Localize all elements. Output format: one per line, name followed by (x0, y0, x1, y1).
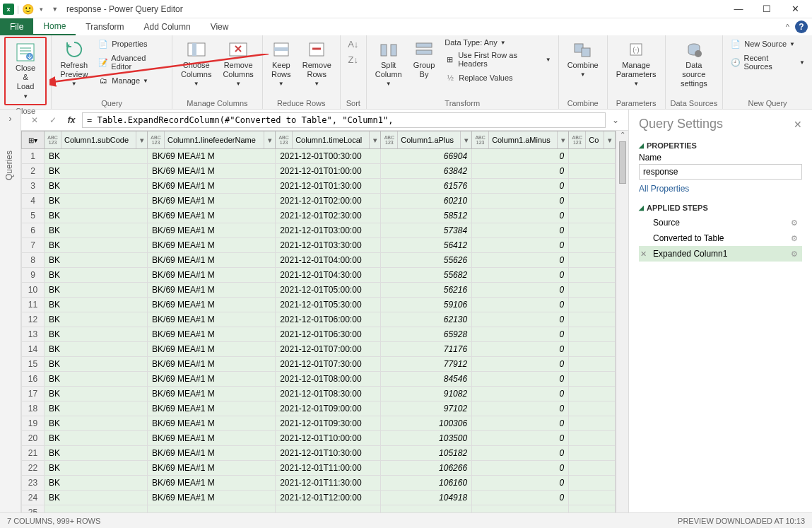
cell[interactable]: 2021-12-01T10:00:00 (276, 431, 381, 446)
cell[interactable] (569, 268, 616, 283)
filter-dropdown-icon[interactable]: ▾ (460, 131, 471, 148)
cell[interactable]: 61576 (381, 179, 472, 194)
column-header[interactable]: ABC123Column1.aPlus▾ (381, 131, 472, 149)
advanced-editor-button[interactable]: 📝Advanced Editor (95, 52, 167, 72)
row-number[interactable]: 19 (22, 416, 45, 431)
applied-step[interactable]: Source⚙ (639, 215, 802, 230)
cell[interactable]: 2021-12-01T01:30:00 (276, 179, 381, 194)
cell[interactable]: 2021-12-01T09:00:00 (276, 401, 381, 416)
cell[interactable]: 55682 (381, 268, 472, 283)
cell[interactable]: 100306 (381, 416, 472, 431)
cell[interactable]: 2021-12-01T08:00:00 (276, 372, 381, 387)
cell[interactable]: 0 (472, 401, 569, 416)
row-number[interactable]: 3 (22, 179, 45, 194)
row-number[interactable]: 22 (22, 461, 45, 476)
cell[interactable] (569, 149, 616, 164)
cell[interactable]: BK/69 MEA#1 M (148, 209, 276, 223)
expand-queries-icon[interactable]: › (0, 110, 20, 128)
gear-icon[interactable]: ⚙ (791, 234, 798, 243)
queries-pane-collapsed[interactable]: › Queries (0, 110, 21, 512)
cell[interactable] (569, 253, 616, 268)
row-number[interactable]: 13 (22, 327, 45, 342)
type-icon[interactable]: ABC123 (472, 131, 489, 148)
combine-button[interactable]: Combine▼ (563, 37, 603, 81)
row-number[interactable]: 8 (22, 253, 45, 268)
cell[interactable]: 77912 (381, 357, 472, 372)
cell[interactable]: 59106 (381, 298, 472, 312)
row-number[interactable]: 17 (22, 387, 45, 401)
cell[interactable]: 0 (472, 461, 569, 476)
cell[interactable] (569, 164, 616, 179)
close-settings-icon[interactable]: ✕ (794, 119, 802, 130)
formula-commit-icon[interactable]: ✓ (45, 112, 61, 128)
cell[interactable]: 0 (472, 416, 569, 431)
cell[interactable]: BK/69 MEA#1 M (148, 461, 276, 476)
cell[interactable]: 2021-12-01T00:30:00 (276, 149, 381, 164)
cell[interactable]: BK (45, 461, 148, 476)
cell[interactable]: 2021-12-01T05:00:00 (276, 283, 381, 298)
row-number[interactable]: 15 (22, 357, 45, 372)
type-icon[interactable]: ABC123 (276, 131, 293, 148)
cell[interactable]: 71176 (381, 342, 472, 357)
cell[interactable]: 2021-12-01T08:30:00 (276, 387, 381, 401)
cell[interactable]: 0 (472, 283, 569, 298)
manage-parameters-button[interactable]: (·) Manage Parameters▼ (612, 37, 661, 90)
cell[interactable]: BK/69 MEA#1 M (148, 357, 276, 372)
cell[interactable] (148, 505, 276, 513)
cell[interactable]: 2021-12-01T06:30:00 (276, 327, 381, 342)
cell[interactable]: BK/69 MEA#1 M (148, 194, 276, 209)
cell[interactable]: BK/69 MEA#1 M (148, 164, 276, 179)
data-type-button[interactable]: Data Type: Any ▼ (442, 37, 553, 48)
formula-input[interactable] (82, 112, 606, 128)
row-number[interactable]: 25 (22, 505, 45, 513)
cell[interactable]: BK (45, 209, 148, 223)
cell[interactable]: 0 (472, 372, 569, 387)
row-number[interactable]: 24 (22, 491, 45, 505)
cell[interactable]: BK/69 MEA#1 M (148, 416, 276, 431)
cell[interactable]: BK/69 MEA#1 M (148, 268, 276, 283)
group-by-button[interactable]: Group By (409, 37, 440, 82)
cell[interactable]: 0 (472, 342, 569, 357)
row-number[interactable]: 18 (22, 401, 45, 416)
cell[interactable]: BK (45, 312, 148, 327)
cell[interactable]: BK/69 MEA#1 M (148, 179, 276, 194)
row-number[interactable]: 14 (22, 342, 45, 357)
cell[interactable]: BK (45, 416, 148, 431)
fx-icon[interactable]: fx (64, 112, 79, 128)
cell[interactable]: BK/69 MEA#1 M (148, 401, 276, 416)
cell[interactable]: 57384 (381, 223, 472, 238)
cell[interactable] (569, 223, 616, 238)
applied-step[interactable]: Converted to Table⚙ (639, 230, 802, 246)
cell[interactable] (569, 476, 616, 491)
row-number[interactable]: 7 (22, 238, 45, 253)
tab-add-column[interactable]: Add Column (134, 18, 201, 35)
cell[interactable] (569, 416, 616, 431)
cell[interactable]: 104918 (381, 491, 472, 505)
cell[interactable]: 0 (472, 238, 569, 253)
gear-icon[interactable]: ⚙ (791, 250, 798, 259)
cell[interactable]: BK/69 MEA#1 M (148, 387, 276, 401)
cell[interactable] (569, 387, 616, 401)
sort-asc-button[interactable]: A↓ (345, 37, 362, 51)
cell[interactable]: BK (45, 164, 148, 179)
cell[interactable]: BK (45, 357, 148, 372)
cell[interactable]: 0 (472, 476, 569, 491)
column-header[interactable]: ABC123Column1.timeLocal▾ (276, 131, 381, 149)
cell[interactable]: 0 (472, 357, 569, 372)
collapse-icon[interactable]: ◢ (639, 142, 644, 149)
cell[interactable]: BK/69 MEA#1 M (148, 312, 276, 327)
cell[interactable]: BK (45, 372, 148, 387)
cell[interactable]: BK/69 MEA#1 M (148, 476, 276, 491)
cell[interactable]: 0 (472, 298, 569, 312)
type-icon[interactable]: ABC123 (381, 131, 398, 148)
refresh-preview-button[interactable]: Refresh Preview ▼ (56, 37, 92, 90)
cell[interactable]: 55626 (381, 253, 472, 268)
qat-customize-icon[interactable]: ▼ (49, 6, 61, 13)
properties-button[interactable]: 📄Properties (95, 37, 167, 51)
formula-expand-icon[interactable]: ⌄ (608, 115, 623, 125)
cell[interactable]: 0 (472, 431, 569, 446)
cell[interactable]: 0 (472, 149, 569, 164)
cell[interactable]: BK/69 MEA#1 M (148, 149, 276, 164)
cell[interactable] (45, 505, 148, 513)
cell[interactable]: BK (45, 149, 148, 164)
